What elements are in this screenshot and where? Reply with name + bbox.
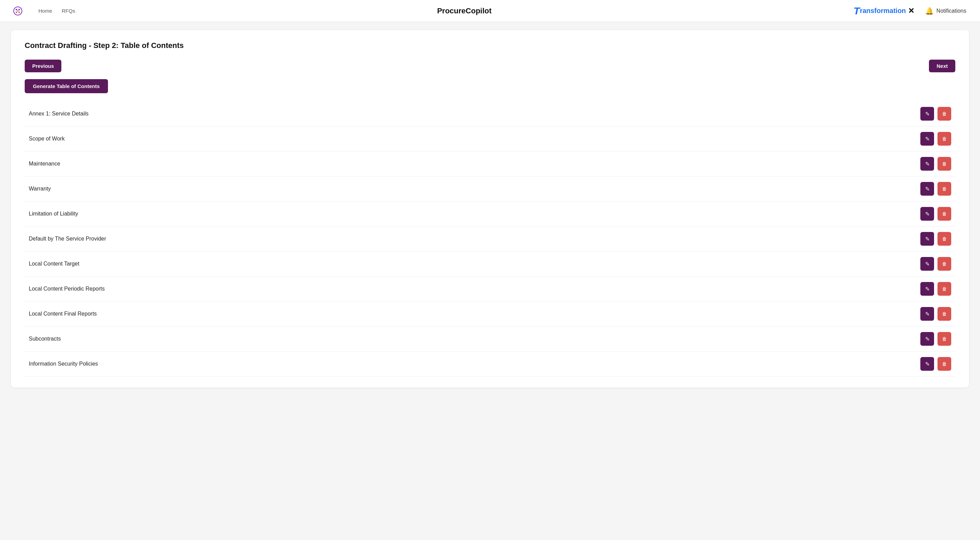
toc-item-label: Subcontracts <box>29 336 60 342</box>
delete-button[interactable]: 🗑 <box>937 307 951 321</box>
toc-item-actions: ✎🗑 <box>920 332 951 346</box>
toc-item-label: Annex 1: Service Details <box>29 111 88 117</box>
trash-icon: 🗑 <box>942 236 947 241</box>
edit-button[interactable]: ✎ <box>920 282 934 296</box>
edit-button[interactable]: ✎ <box>920 332 934 346</box>
app-title: ProcureCopilot <box>86 6 843 16</box>
edit-button[interactable]: ✎ <box>920 107 934 121</box>
notifications-button[interactable]: 🔔 Notifications <box>923 5 969 16</box>
delete-button[interactable]: 🗑 <box>937 107 951 121</box>
toc-item-actions: ✎🗑 <box>920 307 951 321</box>
pencil-icon: ✎ <box>925 111 930 117</box>
trash-icon: 🗑 <box>942 311 947 317</box>
toc-item-label: Scope of Work <box>29 136 65 142</box>
toc-item-actions: ✎🗑 <box>920 182 951 195</box>
delete-button[interactable]: 🗑 <box>937 357 951 371</box>
toc-item-actions: ✎🗑 <box>920 282 951 296</box>
toc-item: Local Content Target✎🗑 <box>25 251 955 276</box>
toc-item: Local Content Periodic Reports✎🗑 <box>25 276 955 302</box>
delete-button[interactable]: 🗑 <box>937 257 951 271</box>
toc-item: Scope of Work✎🗑 <box>25 126 955 151</box>
pencil-icon: ✎ <box>925 161 930 167</box>
toc-item: Warranty✎🗑 <box>25 176 955 202</box>
edit-button[interactable]: ✎ <box>920 307 934 321</box>
toc-item-label: Maintenance <box>29 161 60 167</box>
toc-item-label: Limitation of Liability <box>29 211 78 217</box>
toc-item-label: Local Content Periodic Reports <box>29 286 105 292</box>
trash-icon: 🗑 <box>942 261 947 267</box>
toc-item-label: Local Content Target <box>29 261 79 267</box>
pencil-icon: ✎ <box>925 236 930 242</box>
notifications-label: Notifications <box>937 8 966 14</box>
toc-item-label: Information Security Policies <box>29 361 98 367</box>
toc-item-actions: ✎🗑 <box>920 157 951 171</box>
pencil-icon: ✎ <box>925 336 930 342</box>
generate-toc-button[interactable]: Generate Table of Contents <box>25 79 108 93</box>
top-actions: Previous Next <box>25 60 955 72</box>
svg-rect-3 <box>19 9 20 10</box>
svg-rect-4 <box>16 12 17 13</box>
toc-item-label: Local Content Final Reports <box>29 311 97 317</box>
pencil-icon: ✎ <box>925 311 930 317</box>
delete-button[interactable]: 🗑 <box>937 157 951 171</box>
nav-links: Home RFQs <box>38 8 75 14</box>
pencil-icon: ✎ <box>925 286 930 292</box>
logo <box>11 4 25 18</box>
trash-icon: 🗑 <box>942 211 947 216</box>
bell-icon: 🔔 <box>925 7 934 15</box>
delete-button[interactable]: 🗑 <box>937 182 951 195</box>
delete-button[interactable]: 🗑 <box>937 282 951 296</box>
pencil-icon: ✎ <box>925 136 930 142</box>
next-button[interactable]: Next <box>929 60 955 72</box>
toc-item: Annex 1: Service Details✎🗑 <box>25 102 955 126</box>
trash-icon: 🗑 <box>942 286 947 292</box>
toc-item: Local Content Final Reports✎🗑 <box>25 302 955 327</box>
toc-list: Annex 1: Service Details✎🗑Scope of Work✎… <box>25 102 955 376</box>
toc-item: Maintenance✎🗑 <box>25 151 955 176</box>
edit-button[interactable]: ✎ <box>920 207 934 221</box>
toc-item: Limitation of Liability✎🗑 <box>25 202 955 227</box>
delete-button[interactable]: 🗑 <box>937 132 951 146</box>
toc-item-actions: ✎🗑 <box>920 207 951 221</box>
logo-icon <box>11 4 25 18</box>
trash-icon: 🗑 <box>942 186 947 192</box>
toc-item-label: Default by The Service Provider <box>29 236 106 242</box>
nav-rfqs[interactable]: RFQs <box>62 8 75 14</box>
main-card: Contract Drafting - Step 2: Table of Con… <box>11 30 969 388</box>
toc-item-actions: ✎🗑 <box>920 107 951 121</box>
edit-button[interactable]: ✎ <box>920 182 934 195</box>
edit-button[interactable]: ✎ <box>920 257 934 271</box>
transformation-t-letter: T <box>854 6 860 16</box>
navbar: Home RFQs ProcureCopilot T ransformation… <box>0 0 980 22</box>
edit-button[interactable]: ✎ <box>920 157 934 171</box>
svg-rect-5 <box>19 12 20 13</box>
trash-icon: 🗑 <box>942 136 947 141</box>
previous-button[interactable]: Previous <box>25 60 61 72</box>
toc-item-actions: ✎🗑 <box>920 357 951 371</box>
edit-button[interactable]: ✎ <box>920 132 934 146</box>
nav-home[interactable]: Home <box>38 8 52 14</box>
toc-item-actions: ✎🗑 <box>920 257 951 271</box>
pencil-icon: ✎ <box>925 361 930 367</box>
toc-item: Information Security Policies✎🗑 <box>25 351 955 376</box>
pencil-icon: ✎ <box>925 211 930 217</box>
toc-item-label: Warranty <box>29 186 51 192</box>
svg-rect-6 <box>17 10 19 12</box>
delete-button[interactable]: 🗑 <box>937 232 951 246</box>
toc-item-actions: ✎🗑 <box>920 232 951 246</box>
nav-right: T ransformation ✕ 🔔 Notifications <box>854 5 969 16</box>
trash-icon: 🗑 <box>942 161 947 167</box>
edit-button[interactable]: ✎ <box>920 357 934 371</box>
toc-item: Default by The Service Provider✎🗑 <box>25 227 955 251</box>
transformation-rest-text: ransformation <box>860 7 905 15</box>
trash-icon: 🗑 <box>942 361 947 367</box>
pencil-icon: ✎ <box>925 186 930 192</box>
pencil-icon: ✎ <box>925 261 930 267</box>
delete-button[interactable]: 🗑 <box>937 332 951 346</box>
transformation-x-icon: ✕ <box>908 6 914 16</box>
trash-icon: 🗑 <box>942 336 947 341</box>
delete-button[interactable]: 🗑 <box>937 207 951 221</box>
edit-button[interactable]: ✎ <box>920 232 934 246</box>
trash-icon: 🗑 <box>942 111 947 116</box>
transformation-logo: T ransformation ✕ <box>854 6 914 16</box>
